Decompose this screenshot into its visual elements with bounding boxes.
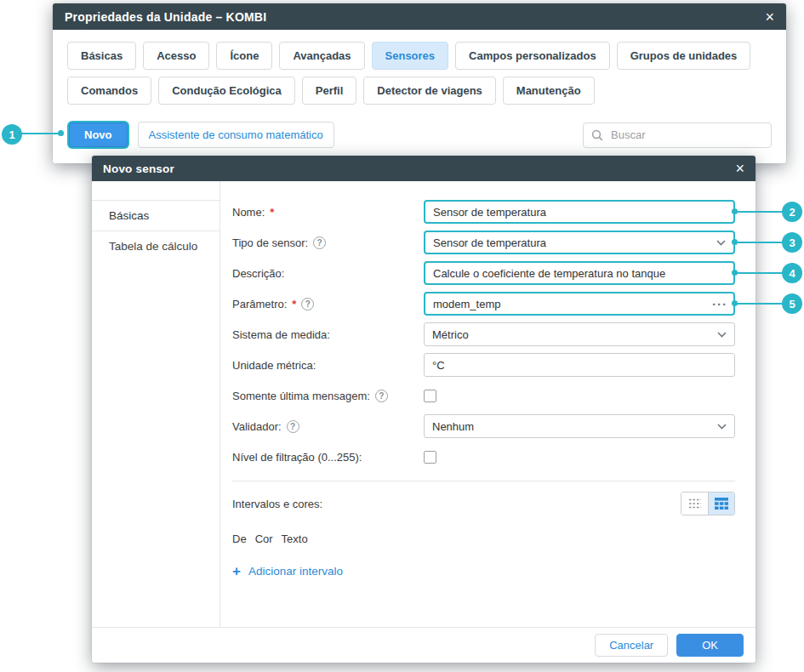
add-interval-label: Adicionar intervalo (248, 565, 343, 578)
help-icon[interactable]: ? (287, 420, 299, 433)
new-sensor-body: Básicas Tabela de cálculo Nome:* Tipo de… (92, 181, 756, 627)
help-icon[interactable]: ? (301, 298, 314, 310)
column-de: De (232, 532, 247, 545)
intervals-view-toggle (681, 492, 735, 515)
last-message-checkbox[interactable] (424, 390, 436, 402)
tab-acesso[interactable]: Acesso (143, 42, 209, 70)
side-tab-basicas[interactable]: Básicas (92, 200, 220, 231)
ok-button[interactable]: OK (676, 634, 744, 657)
name-input[interactable] (424, 200, 735, 224)
measure-system-label: Sistema de medida: (232, 328, 424, 341)
description-input[interactable] (424, 261, 735, 285)
callout-4: 4 (782, 263, 802, 283)
tab-basicas[interactable]: Básicas (67, 42, 136, 70)
metric-unit-label: Unidade métrica: (232, 359, 424, 372)
list-view-button[interactable] (681, 493, 708, 515)
validator-label-text: Validador: (232, 420, 282, 433)
name-label: Nome:* (232, 206, 424, 219)
callout-line-5 (735, 303, 782, 305)
column-cor: Cor (255, 532, 273, 545)
chevron-down-icon (717, 332, 727, 338)
sensor-type-label-text: Tipo de sensor: (232, 236, 308, 249)
dialog-title: Propriedades da Unidade – KOMBI (65, 10, 266, 24)
form-row-name: Nome:* (232, 200, 735, 224)
help-icon[interactable]: ? (375, 390, 388, 402)
sensor-side-tabs: Básicas Tabela de cálculo (92, 181, 220, 627)
tab-conducao-ecologica[interactable]: Condução Ecológica (158, 77, 295, 105)
cancel-button[interactable]: Cancelar (595, 634, 668, 657)
form-row-parameter: Parâmetro:* ? ··· (232, 292, 735, 316)
tab-manutencao[interactable]: Manutenção (503, 77, 595, 105)
intervals-header-row: Intervalos e cores: (232, 492, 735, 515)
new-sensor-button[interactable]: Novo (69, 122, 128, 147)
validator-select[interactable]: Nenhum (424, 414, 735, 438)
close-icon[interactable]: × (735, 161, 744, 176)
dialog-title: Novo sensor (103, 162, 174, 175)
callout-dot-2 (732, 208, 738, 214)
required-mark: * (270, 206, 274, 219)
unit-properties-dialog: Propriedades da Unidade – KOMBI × Básica… (53, 3, 786, 163)
list-view-icon (688, 498, 702, 510)
tabs-container: Básicas Acesso Ícone Avançadas Sensores … (53, 30, 786, 105)
measure-system-label-text: Sistema de medida: (232, 328, 330, 341)
callout-line-1 (20, 133, 58, 134)
last-message-label-text: Somente última mensagem: (232, 390, 370, 402)
search-box (583, 122, 772, 148)
name-label-text: Nome: (232, 206, 265, 219)
validator-value: Nenhum (432, 420, 474, 433)
parameter-label: Parâmetro:* ? (232, 298, 424, 310)
callout-line-3 (735, 242, 782, 243)
table-view-button[interactable] (708, 493, 734, 515)
callout-1: 1 (2, 124, 22, 145)
table-view-icon (715, 498, 728, 510)
metric-unit-input[interactable] (424, 353, 735, 377)
filtration-checkbox[interactable] (424, 451, 436, 464)
tab-avancadas[interactable]: Avançadas (279, 42, 364, 70)
parameter-browse-button[interactable]: ··· (712, 297, 727, 311)
new-sensor-footer: Cancelar OK (92, 627, 756, 663)
form-row-metric-unit: Unidade métrica: (232, 353, 735, 377)
help-icon[interactable]: ? (313, 236, 326, 249)
intervals-columns: De Cor Texto (232, 532, 735, 545)
callout-dot-5 (732, 300, 738, 306)
chevron-down-icon (717, 424, 727, 430)
validator-label: Validador: ? (232, 420, 424, 433)
form-row-filtration: Nível de filtração (0...255): (232, 445, 735, 469)
parameter-input[interactable] (424, 292, 735, 316)
add-interval-link[interactable]: + Adicionar intervalo (232, 564, 735, 578)
callout-dot-1 (58, 130, 64, 136)
tab-detector-de-viagens[interactable]: Detector de viagens (363, 77, 496, 105)
tab-perfil[interactable]: Perfil (302, 77, 357, 105)
filtration-label: Nível de filtração (0...255): (232, 451, 424, 464)
metric-unit-label-text: Unidade métrica: (232, 359, 316, 372)
side-tab-tabela-de-calculo[interactable]: Tabela de cálculo (92, 231, 220, 261)
callout-5: 5 (782, 293, 802, 314)
callout-line-4 (735, 272, 782, 274)
sensor-type-select[interactable]: Sensor de temperatura (424, 231, 735, 254)
consumption-wizard-button[interactable]: Assistente de consumo matemático (138, 122, 334, 148)
close-icon[interactable]: × (765, 9, 774, 25)
callout-3: 3 (782, 232, 802, 253)
tab-grupos-de-unidades[interactable]: Grupos de unidades (617, 42, 751, 70)
new-sensor-dialog: Novo sensor × Básicas Tabela de cálculo … (92, 156, 756, 663)
callout-2: 2 (782, 202, 802, 222)
description-label: Descrição: (232, 267, 424, 280)
form-row-sensor-type: Tipo de sensor: ? Sensor de temperatura (232, 231, 735, 254)
required-mark: * (292, 298, 296, 310)
plus-icon: + (232, 564, 241, 578)
tab-row-2: Comandos Condução Ecológica Perfil Detec… (67, 77, 772, 105)
search-icon (591, 129, 603, 141)
form-row-last-message: Somente última mensagem: ? (232, 384, 735, 407)
callout-line-2 (735, 211, 782, 213)
tab-icone[interactable]: Ícone (216, 42, 272, 70)
measure-system-value: Métrico (432, 328, 469, 341)
tab-campos-personalizados[interactable]: Campos personalizados (455, 42, 610, 70)
callout-dot-3 (732, 239, 738, 245)
tab-sensores[interactable]: Sensores (372, 42, 449, 70)
measure-system-select[interactable]: Métrico (424, 322, 735, 346)
search-input[interactable] (609, 128, 763, 142)
intervals-label: Intervalos e cores: (232, 498, 681, 510)
column-texto: Texto (282, 532, 308, 545)
tab-comandos[interactable]: Comandos (67, 77, 151, 105)
sensor-type-label: Tipo de sensor: ? (232, 236, 424, 249)
